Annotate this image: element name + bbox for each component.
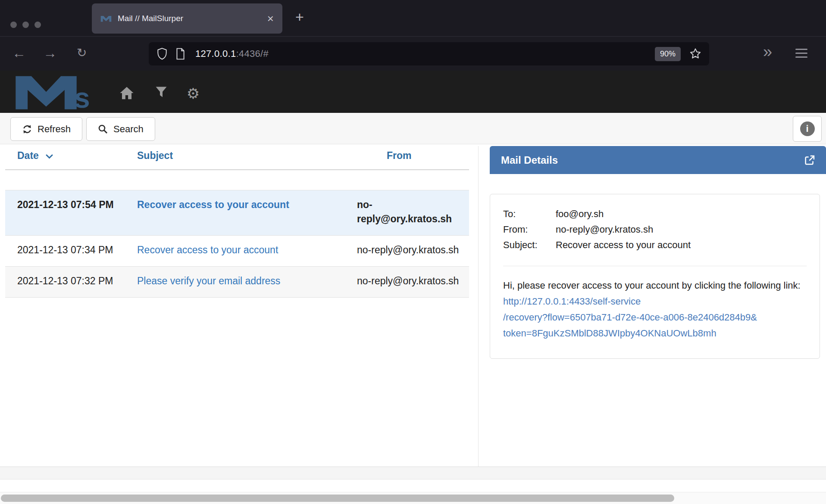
search-icon (98, 124, 108, 134)
mail-from: no-reply@ory.kratos.sh (357, 274, 469, 288)
mail-details-panel: Mail Details To:foo@ory.sh From:no-reply… (490, 146, 826, 359)
panel-divider (478, 146, 479, 467)
mail-date: 2021-12-13 07:32 PM (5, 274, 136, 288)
column-header-date[interactable]: Date (5, 150, 136, 162)
home-icon[interactable] (119, 86, 135, 101)
tab-close-icon[interactable]: × (267, 13, 274, 24)
search-button[interactable]: Search (86, 117, 155, 141)
column-header-subject[interactable]: Subject (136, 150, 357, 162)
settings-gear-icon[interactable]: ⚙ (185, 86, 201, 101)
scrollbar-thumb[interactable] (1, 495, 674, 502)
mail-details-header: Mail Details (490, 146, 826, 174)
logo-s-text: s (74, 87, 90, 109)
filter-funnel-icon[interactable] (153, 86, 169, 101)
column-header-from[interactable]: From (357, 150, 469, 162)
browser-toolbar: ← → ↻ 127.0.0.1:4436/# 90% » (0, 36, 826, 71)
mail-details-title: Mail Details (501, 154, 558, 166)
subject-value: Recover access to your account (556, 240, 691, 250)
refresh-button[interactable]: Refresh (10, 117, 82, 141)
app-navbar: s ⚙ (0, 71, 826, 113)
recovery-link[interactable]: http://127.0.0.1:4433/self-service/recov… (503, 296, 757, 339)
url-bar[interactable]: 127.0.0.1:4436/# 90% (149, 42, 709, 65)
mail-body: Hi, please recover access to your accoun… (503, 277, 807, 341)
to-label: To: (503, 206, 556, 222)
info-button[interactable]: i (793, 116, 822, 142)
mail-list: Date Subject From 2021-12-13 07:54 PM Re… (5, 150, 469, 298)
mail-date: 2021-12-13 07:54 PM (5, 198, 136, 226)
bookmark-star-icon[interactable] (689, 48, 701, 60)
mailslurper-logo[interactable]: s (14, 72, 90, 109)
reload-icon[interactable]: ↻ (77, 44, 87, 62)
url-text: 127.0.0.1:4436/# (195, 48, 269, 59)
mail-from: no-reply@ory.kratos.sh (357, 198, 469, 226)
url-host: 127.0.0.1 (195, 48, 236, 59)
body-text: Hi, please recover access to your accoun… (503, 280, 801, 291)
mail-subject-link[interactable]: Recover access to your account (137, 199, 289, 210)
sort-chevron-down-icon (46, 154, 53, 159)
from-label: From: (503, 222, 556, 237)
page-info-icon[interactable] (175, 48, 186, 60)
mail-list-header: Date Subject From (5, 150, 469, 170)
tab-title: Mail // MailSlurper (118, 14, 183, 23)
subject-label: Subject: (503, 237, 556, 253)
menu-hamburger-icon[interactable] (795, 49, 807, 58)
date-header-label: Date (17, 150, 39, 161)
back-icon[interactable]: ← (12, 44, 26, 62)
window-close-dot[interactable] (10, 22, 17, 28)
browser-tab-bar: Mail // MailSlurper × + (0, 0, 826, 36)
refresh-icon (22, 124, 32, 134)
refresh-label: Refresh (38, 124, 71, 135)
details-divider (503, 266, 807, 266)
bottom-band (0, 467, 826, 479)
from-value: no-reply@ory.kratos.sh (556, 224, 653, 235)
browser-tab[interactable]: Mail // MailSlurper × (92, 3, 282, 34)
action-bar: Refresh Search i (0, 113, 826, 144)
overflow-chevrons-icon[interactable]: » (763, 43, 770, 61)
new-tab-icon[interactable]: + (295, 9, 304, 24)
mail-row[interactable]: 2021-12-13 07:54 PM Recover access to yo… (5, 190, 469, 236)
window-minimize-dot[interactable] (22, 22, 29, 28)
detail-from-row: From:no-reply@ory.kratos.sh (503, 222, 807, 237)
search-label: Search (113, 124, 144, 135)
mail-rows: 2021-12-13 07:54 PM Recover access to yo… (5, 190, 469, 298)
window-maximize-dot[interactable] (34, 22, 41, 28)
mail-row[interactable]: 2021-12-13 07:34 PM Recover access to yo… (5, 236, 469, 267)
window-controls[interactable] (10, 22, 41, 28)
detail-to-row: To:foo@ory.sh (503, 206, 807, 222)
mail-subject-link[interactable]: Please verify your email address (137, 275, 280, 286)
forward-icon[interactable]: → (43, 44, 57, 62)
to-value: foo@ory.sh (556, 208, 604, 219)
shield-icon[interactable] (156, 48, 168, 60)
mailslurper-favicon (100, 15, 112, 22)
logo-m-icon (14, 72, 78, 109)
info-icon: i (800, 121, 815, 136)
detail-subject-row: Subject:Recover access to your account (503, 237, 807, 253)
mail-row[interactable]: 2021-12-13 07:32 PM Please verify your e… (5, 267, 469, 298)
zoom-level-badge[interactable]: 90% (655, 47, 681, 61)
url-path: :4436/# (236, 48, 269, 59)
external-link-icon[interactable] (804, 154, 816, 166)
mail-details-card: To:foo@ory.sh From:no-reply@ory.kratos.s… (490, 194, 820, 359)
horizontal-scrollbar[interactable] (0, 492, 826, 504)
mail-subject-link[interactable]: Recover access to your account (137, 244, 278, 255)
mail-from: no-reply@ory.kratos.sh (357, 243, 469, 257)
mail-date: 2021-12-13 07:34 PM (5, 243, 136, 257)
browser-window: Mail // MailSlurper × + ← → ↻ 127.0.0.1:… (0, 0, 826, 504)
